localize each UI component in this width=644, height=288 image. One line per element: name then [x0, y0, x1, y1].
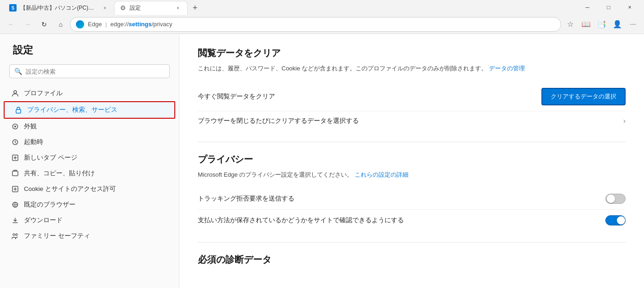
- favorites-icon[interactable]: ☆: [563, 17, 578, 32]
- payment-row: 支払い方法が保存されているかどうかをサイトで確認できるようにする: [198, 210, 626, 231]
- share-nav-icon: [11, 169, 19, 178]
- tab-1-close[interactable]: ×: [101, 4, 109, 12]
- tab-2-title: 設定: [130, 4, 171, 12]
- svg-point-10: [16, 234, 17, 236]
- clear-on-close-label: ブラウザーを閉じるたびにクリアするデータを選択する: [198, 117, 359, 125]
- sidebar: 設定 🔍 プロファイル プライバシー、検索、サービス 外観: [0, 34, 179, 288]
- sidebar-item-newtab[interactable]: 新しいタブ ページ: [0, 150, 179, 166]
- section-divider-2: [198, 242, 626, 242]
- svg-point-9: [13, 234, 15, 236]
- privacy-section: プライバシー Microsoft Edge のプライバシー設定を選択してください…: [198, 153, 626, 231]
- sidebar-item-privacy-label: プライバシー、検索、サービス: [27, 106, 117, 114]
- sidebar-item-profile-label: プロファイル: [24, 89, 63, 98]
- sidebar-item-family[interactable]: ファミリー セーフティ: [0, 228, 179, 244]
- payment-toggle-thumb: [617, 216, 625, 225]
- sidebar-item-family-label: ファミリー セーフティ: [24, 232, 90, 240]
- family-nav-icon: [11, 232, 19, 240]
- search-icon: 🔍: [14, 68, 22, 75]
- profile-nav-icon: [11, 89, 19, 98]
- sidebar-item-cookies[interactable]: Cookie とサイトのアクセス許可: [0, 181, 179, 197]
- sidebar-item-privacy[interactable]: プライバシー、検索、サービス: [4, 101, 175, 119]
- address-separator: |: [105, 21, 107, 28]
- search-input[interactable]: [26, 68, 165, 75]
- window-controls: ─ □ ×: [577, 0, 640, 15]
- payment-label: 支払い方法が保存されているかどうかをサイトで確認できるようにする: [198, 216, 404, 225]
- toolbar-actions: ☆ 📖 📑 👤 ···: [563, 17, 640, 32]
- appearance-nav-icon: [11, 122, 19, 131]
- clear-data-link[interactable]: データの管理: [489, 65, 525, 72]
- sidebar-item-startup-label: 起動時: [24, 138, 43, 146]
- clear-data-button[interactable]: クリアするデータの選択: [541, 88, 626, 105]
- browser-nav-icon: [11, 201, 19, 209]
- minimize-button[interactable]: ─: [577, 0, 598, 15]
- sidebar-item-share[interactable]: 共有、コピー、貼り付け: [0, 166, 179, 181]
- chevron-right-icon: ›: [623, 117, 626, 125]
- tracking-toggle-track: [605, 194, 626, 204]
- download-nav-icon: [11, 216, 19, 225]
- address-path-rest: /privacy: [152, 21, 172, 28]
- collections-icon[interactable]: 📑: [594, 17, 609, 32]
- tab-list: S 【新品/中古】パソコン(PC)通販なら... × ⚙ 設定 × +: [4, 0, 202, 15]
- clear-now-label: 今すぐ閲覧データをクリア: [198, 92, 275, 101]
- diagnostic-title: 必須の診断データ: [198, 253, 626, 266]
- privacy-desc-text: Microsoft Edge のプライバシー設定を選択してください。: [198, 171, 353, 178]
- startup-nav-icon: [11, 138, 19, 146]
- payment-toggle[interactable]: [605, 215, 626, 225]
- clear-on-close-row[interactable]: ブラウザーを閉じるたびにクリアするデータを選択する ›: [198, 111, 626, 131]
- sidebar-item-download[interactable]: ダウンロード: [0, 213, 179, 228]
- main-area: 設定 🔍 プロファイル プライバシー、検索、サービス 外観: [0, 34, 644, 288]
- clear-data-section: 閲覧データをクリア これには、履歴、パスワード、Cookie などが含まれます。…: [198, 47, 626, 131]
- tab-2-close[interactable]: ×: [174, 4, 182, 12]
- profile-icon[interactable]: 👤: [610, 17, 625, 32]
- tab-1-title: 【新品/中古】パソコン(PC)通販なら...: [20, 4, 98, 12]
- close-button[interactable]: ×: [619, 0, 640, 15]
- sidebar-item-browser[interactable]: 既定のブラウザー: [0, 197, 179, 213]
- cookies-nav-icon: [11, 185, 19, 193]
- search-box[interactable]: 🔍: [9, 64, 170, 78]
- clear-now-row: 今すぐ閲覧データをクリア クリアするデータの選択: [198, 82, 626, 111]
- address-bar[interactable]: Edge | edge://settings/privacy: [70, 17, 561, 32]
- refresh-button[interactable]: ↻: [37, 17, 52, 32]
- new-tab-button[interactable]: +: [188, 1, 202, 15]
- sidebar-item-profile[interactable]: プロファイル: [0, 86, 179, 101]
- sidebar-item-newtab-label: 新しいタブ ページ: [24, 154, 77, 162]
- tab-1-favicon: S: [9, 4, 17, 12]
- privacy-section-title: プライバシー: [198, 153, 626, 166]
- sidebar-item-startup[interactable]: 起動時: [0, 134, 179, 150]
- sidebar-title: 設定: [0, 43, 179, 64]
- content-area: 閲覧データをクリア これには、履歴、パスワード、Cookie などが含まれます。…: [179, 34, 644, 288]
- tracking-toggle-thumb: [607, 195, 615, 203]
- privacy-settings-link[interactable]: これらの設定の詳細: [355, 171, 408, 178]
- address-path-bold: settings: [129, 21, 152, 28]
- tracking-row: トラッキング拒否要求を送信する: [198, 188, 626, 210]
- sidebar-item-appearance[interactable]: 外観: [0, 119, 179, 134]
- svg-point-3: [14, 126, 16, 127]
- section-divider-1: [198, 142, 626, 142]
- sidebar-item-appearance-label: 外観: [24, 122, 37, 131]
- tab-2[interactable]: ⚙ 設定 ×: [114, 1, 188, 15]
- home-button[interactable]: ⌂: [53, 17, 68, 32]
- forward-button[interactable]: →: [20, 17, 35, 32]
- newtab-nav-icon: [11, 154, 19, 162]
- svg-rect-1: [16, 109, 21, 113]
- sidebar-item-browser-label: 既定のブラウザー: [24, 201, 75, 209]
- more-menu-icon[interactable]: ···: [626, 17, 640, 32]
- address-text: Edge | edge://settings/privacy: [88, 21, 555, 28]
- maximize-button[interactable]: □: [598, 0, 619, 15]
- tab-1[interactable]: S 【新品/中古】パソコン(PC)通販なら... ×: [4, 1, 114, 15]
- sidebar-item-share-label: 共有、コピー、貼り付け: [24, 169, 95, 178]
- privacy-section-desc: Microsoft Edge のプライバシー設定を選択してください。 これらの設…: [198, 170, 626, 179]
- toolbar: ← → ↻ ⌂ Edge | edge://settings/privacy ☆…: [0, 15, 644, 34]
- clear-data-desc-text: これには、履歴、パスワード、Cookie などが含まれます。このプロファイルのデ…: [198, 65, 487, 72]
- edge-logo-icon: [76, 20, 84, 29]
- address-protocol: edge://: [110, 21, 129, 28]
- privacy-nav-icon: [14, 106, 23, 114]
- tracking-toggle[interactable]: [605, 194, 626, 204]
- sidebar-item-download-label: ダウンロード: [24, 216, 63, 225]
- read-aloud-icon[interactable]: 📖: [579, 17, 593, 32]
- clear-data-title: 閲覧データをクリア: [198, 47, 626, 59]
- sidebar-item-cookies-label: Cookie とサイトのアクセス許可: [24, 185, 116, 193]
- clear-data-desc: これには、履歴、パスワード、Cookie などが含まれます。このプロファイルのデ…: [198, 64, 626, 73]
- back-button[interactable]: ←: [4, 17, 18, 32]
- titlebar: S 【新品/中古】パソコン(PC)通販なら... × ⚙ 設定 × + ─ □ …: [0, 0, 644, 15]
